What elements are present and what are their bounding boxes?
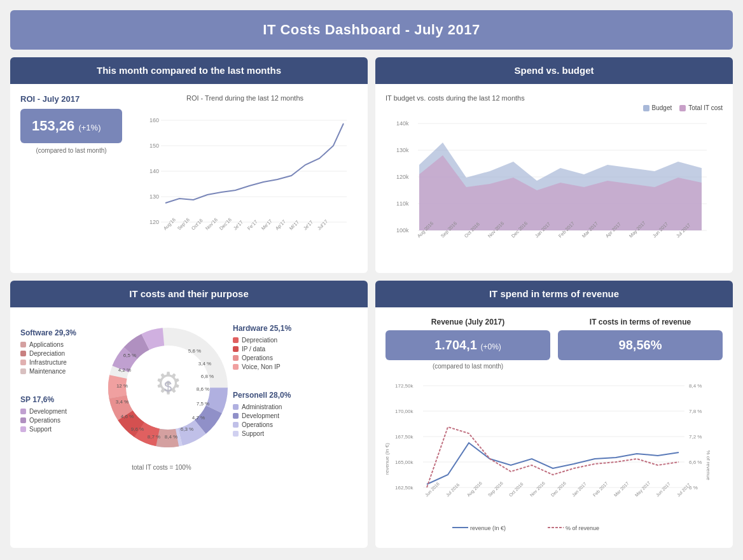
it-value: 98,56% bbox=[619, 338, 662, 352]
svg-text:8,6 %: 8,6 % bbox=[197, 386, 209, 392]
rev-change: (+0%) bbox=[480, 342, 501, 351]
legend-total-dot bbox=[679, 105, 686, 111]
roi-change: (+1%) bbox=[78, 123, 101, 132]
section-body-right-bottom: Revenue (July 2017) 1.704,1 (+0%) (compa… bbox=[375, 307, 733, 548]
roi-left: ROI - July 2017 153,26 (+1%) (compared t… bbox=[20, 94, 122, 154]
sp-legend-operations: Operations bbox=[20, 417, 90, 424]
svg-text:160: 160 bbox=[149, 117, 159, 123]
hw-legend-depreciation: Depreciation bbox=[233, 337, 309, 344]
sp-legend-support: Support bbox=[20, 426, 90, 433]
section-title-left-bottom: IT costs and their purpose bbox=[129, 288, 249, 299]
spend-chart-title: IT budget vs. costs during the last 12 m… bbox=[385, 94, 723, 102]
svg-text:Oct'16: Oct'16 bbox=[190, 218, 204, 232]
header-title: IT Costs Dashboard - July 2017 bbox=[263, 22, 480, 38]
sp-label: SP 17,6% bbox=[20, 395, 90, 404]
main-container: IT Costs Dashboard - July 2017 This mont… bbox=[10, 10, 733, 548]
svg-text:Nov'16: Nov'16 bbox=[204, 217, 219, 232]
software-label: Software 29,3% bbox=[20, 328, 90, 337]
roi-chart-svg: 160 150 140 130 120 bbox=[132, 104, 358, 244]
personell-legend-group: Personell 28,0% Administration Developme… bbox=[233, 391, 309, 437]
svg-text:4,6 %: 4,6 % bbox=[121, 414, 134, 419]
svg-text:6,6 %: 6,6 % bbox=[689, 459, 702, 465]
roi-value: 153,26 bbox=[32, 118, 74, 134]
svg-text:162,50k: 162,50k bbox=[395, 485, 413, 491]
svg-text:165,00k: 165,00k bbox=[395, 459, 413, 465]
svg-text:Je'17: Je'17 bbox=[232, 220, 244, 232]
svg-text:Aug 2016: Aug 2016 bbox=[466, 480, 483, 498]
section-header-left-top: This month compared to the last months bbox=[10, 57, 368, 84]
section-title-right-top: Spend vs. budget bbox=[514, 65, 594, 76]
legend-total: Total IT cost bbox=[679, 104, 723, 111]
svg-text:Jan 2017: Jan 2017 bbox=[571, 481, 587, 497]
header-bar: IT Costs Dashboard - July 2017 bbox=[10, 10, 733, 50]
svg-text:Aug'16: Aug'16 bbox=[162, 217, 177, 232]
revenue-chart-svg: 172,50k 170,00k 167,50k 165,00k 162,50k … bbox=[385, 376, 723, 535]
svg-text:% of revenue: % of revenue bbox=[566, 525, 599, 531]
svg-text:Dec'16: Dec'16 bbox=[218, 217, 233, 232]
svg-text:Fe'17: Fe'17 bbox=[246, 219, 258, 231]
revenue-top: Revenue (July 2017) 1.704,1 (+0%) (compa… bbox=[385, 318, 723, 370]
svg-text:Nov 2016: Nov 2016 bbox=[529, 480, 546, 497]
svg-text:120k: 120k bbox=[396, 174, 409, 180]
svg-text:3,4 %: 3,4 % bbox=[116, 399, 128, 405]
software-legend-maintenance: Maintenance bbox=[20, 368, 90, 375]
section-header-right-bottom: IT spend in terms of revenue bbox=[375, 281, 733, 307]
it-cost-label: IT costs in terms of revenue bbox=[558, 318, 723, 326]
revenue-left: Revenue (July 2017) 1.704,1 (+0%) (compa… bbox=[385, 318, 550, 370]
svg-text:7,2 %: 7,2 % bbox=[689, 434, 702, 440]
svg-text:revenue (In €): revenue (In €) bbox=[470, 525, 506, 531]
svg-text:167,50k: 167,50k bbox=[395, 434, 413, 440]
hw-legend-operations: Operations bbox=[233, 354, 309, 361]
hardware-label: Hardware 25,1% bbox=[233, 324, 309, 333]
roi-label: ROI - July 2017 bbox=[20, 94, 122, 104]
software-legend-infrastructure: Infrastructure bbox=[20, 359, 90, 366]
section-header-left-bottom: IT costs and their purpose bbox=[10, 281, 368, 307]
legend-budget: Budget bbox=[643, 104, 672, 111]
sq-sp-development bbox=[20, 409, 26, 414]
bottom-row: IT costs and their purpose Software 29,3… bbox=[10, 281, 733, 548]
software-legend-applications: Applications bbox=[20, 341, 90, 348]
software-legend-depreciation: Depreciation bbox=[20, 350, 90, 357]
donut-section: Software 29,3% Applications Depreciation… bbox=[20, 318, 358, 445]
svg-text:6,8 %: 6,8 % bbox=[201, 374, 214, 379]
svg-text:6,5 %: 6,5 % bbox=[123, 353, 136, 358]
per-legend-admin: Administration bbox=[233, 403, 309, 410]
svg-text:150: 150 bbox=[149, 143, 159, 149]
spend-legend-row: Budget Total IT cost bbox=[385, 104, 723, 111]
svg-text:Jun 2016: Jun 2016 bbox=[424, 481, 440, 497]
svg-text:5,6 %: 5,6 % bbox=[188, 348, 201, 354]
section-body-left-bottom: Software 29,3% Applications Depreciation… bbox=[10, 307, 368, 548]
legend-budget-dot bbox=[643, 105, 649, 111]
sq-sp-support bbox=[20, 426, 26, 432]
sq-infrastructure bbox=[20, 360, 26, 365]
svg-text:12 %: 12 % bbox=[116, 383, 128, 389]
roi-value-box: 153,26 (+1%) bbox=[20, 109, 122, 143]
svg-text:130k: 130k bbox=[396, 147, 409, 153]
svg-text:Ap'17: Ap'17 bbox=[274, 219, 287, 232]
roi-compare: (compared to last month) bbox=[20, 147, 122, 154]
svg-text:Oct 2016: Oct 2016 bbox=[508, 482, 524, 498]
section-title-left-top: This month compared to the last months bbox=[97, 65, 281, 76]
sp-legend-development: Development bbox=[20, 408, 90, 415]
donut-right-legend: Hardware 25,1% Depreciation IP / data Op… bbox=[233, 324, 309, 439]
svg-text:100k: 100k bbox=[396, 227, 409, 234]
svg-text:9,6 %: 9,6 % bbox=[131, 426, 144, 432]
svg-text:7,8 %: 7,8 % bbox=[689, 409, 702, 414]
section-left-top: This month compared to the last months R… bbox=[10, 57, 368, 273]
svg-text:Mi'17: Mi'17 bbox=[288, 220, 300, 232]
svg-text:Jul'17: Jul'17 bbox=[316, 218, 329, 231]
top-row: This month compared to the last months R… bbox=[10, 57, 733, 273]
roi-section: ROI - July 2017 153,26 (+1%) (compared t… bbox=[20, 94, 358, 247]
svg-text:Dec 2016: Dec 2016 bbox=[550, 480, 567, 497]
roi-chart-area: ROI - Trend during the last 12 months 16… bbox=[132, 94, 358, 247]
svg-text:4,2 %: 4,2 % bbox=[118, 367, 131, 373]
rev-compare: (compared to last month) bbox=[385, 363, 550, 370]
sq-maintenance bbox=[20, 368, 26, 374]
personell-label: Personell 28,0% bbox=[233, 391, 309, 400]
sq-sw-depreciation bbox=[20, 351, 26, 356]
svg-marker-33 bbox=[419, 155, 702, 230]
svg-text:Me'17: Me'17 bbox=[260, 218, 274, 232]
donut-svg: ⚙ $ 5,6 % 3,4 % 6,8 % 8,6 % 7,5 % 4,7 % … bbox=[98, 318, 238, 458]
sq-sp-operations bbox=[20, 417, 26, 423]
sp-legend-group: SP 17,6% Development Operations bbox=[20, 395, 90, 433]
